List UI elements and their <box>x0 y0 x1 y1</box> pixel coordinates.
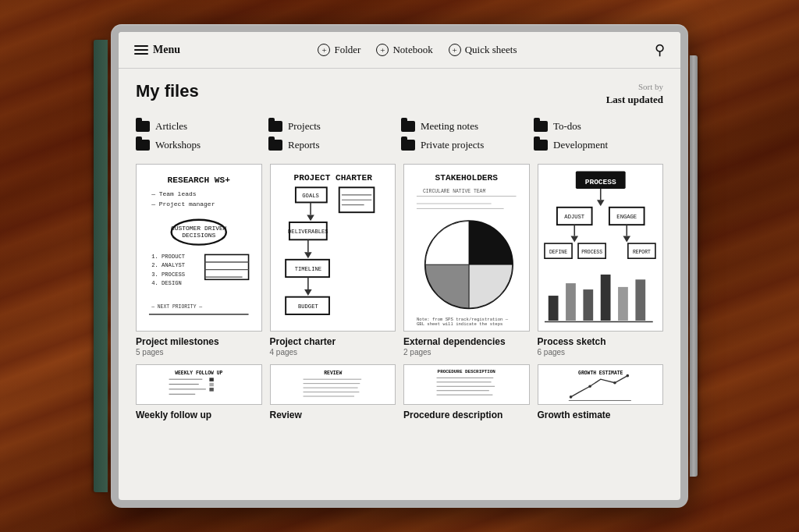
doc-thumbnail: PROCESS ADJUST ENGAGE <box>538 164 664 332</box>
tablet-screen: Menu + Folder + Notebook + Quick sheets … <box>119 32 680 500</box>
folder-name: Private projects <box>421 139 484 151</box>
svg-text:1. PRODUCT: 1. PRODUCT <box>151 254 186 260</box>
doc-thumbnail: STAKEHOLDERS CIRCULARE NATIVE TEAM <box>403 164 530 332</box>
folder-development[interactable]: Development <box>534 139 663 151</box>
thumbnail-svg: PROCEDURE DESCRIPTION <box>404 365 529 404</box>
thumbnail-svg: PROJECT CHARTER GOALS DELIVERABLES <box>271 165 396 331</box>
documents-grid: RESEARCH WS+ — Team leads — Project mana… <box>136 164 663 356</box>
doc-name: Growth estimate <box>538 410 664 420</box>
folder-todos[interactable]: To-dos <box>534 120 663 133</box>
folder-meeting-notes[interactable]: Meeting notes <box>401 120 531 133</box>
doc-thumbnail: REVIEW <box>270 364 396 405</box>
folder-name: Projects <box>288 120 321 133</box>
doc-external-dependencies[interactable]: STAKEHOLDERS CIRCULARE NATIVE TEAM <box>403 164 530 356</box>
folders-grid: Articles Projects Meeting notes To-dos <box>136 120 663 151</box>
doc-name: Procedure description <box>403 410 530 420</box>
add-folder-button[interactable]: + Folder <box>318 44 360 56</box>
doc-name: External dependencies <box>403 336 530 347</box>
svg-text:ENGAGE: ENGAGE <box>616 214 637 220</box>
doc-thumbnail: WEEKLY FOLLOW UP <box>136 364 262 405</box>
svg-point-99 <box>613 381 616 385</box>
doc-process-sketch[interactable]: PROCESS ADJUST ENGAGE <box>538 164 664 356</box>
doc-pages: 4 pages <box>270 348 396 356</box>
svg-text:PROCESS: PROCESS <box>584 177 616 186</box>
svg-rect-68 <box>600 275 610 321</box>
doc-project-milestones[interactable]: RESEARCH WS+ — Team leads — Project mana… <box>136 164 262 356</box>
page-title: My files <box>136 81 199 101</box>
svg-text:GOALS: GOALS <box>302 193 318 199</box>
doc-thumbnail: GROWTH ESTIMATE <box>538 364 664 405</box>
svg-point-100 <box>626 374 629 378</box>
menu-icon <box>134 45 148 55</box>
doc-procedure[interactable]: PROCEDURE DESCRIPTION Procedure descript… <box>403 364 530 421</box>
doc-pages: 5 pages <box>136 348 262 356</box>
left-cover <box>94 40 108 492</box>
svg-text:PROCEDURE DESCRIPTION: PROCEDURE DESCRIPTION <box>438 369 496 374</box>
thumbnail-svg: GROWTH ESTIMATE <box>538 365 663 404</box>
svg-text:4. DESIGN: 4. DESIGN <box>151 279 182 286</box>
folder-icon <box>136 140 150 151</box>
tablet-device: Menu + Folder + Notebook + Quick sheets … <box>111 24 688 508</box>
folder-name: Meeting notes <box>421 120 478 133</box>
plus-circle-icon: + <box>318 44 330 56</box>
sort-by-value: Last updated <box>606 93 663 107</box>
folder-icon <box>534 140 548 151</box>
topbar-actions: + Folder + Notebook + Quick sheets <box>199 44 636 56</box>
svg-rect-80 <box>209 388 213 392</box>
files-header: My files Sort by Last updated <box>136 81 663 108</box>
svg-text:— Project manager: — Project manager <box>151 200 215 207</box>
folder-private-projects[interactable]: Private projects <box>401 139 531 151</box>
svg-text:REPORT: REPORT <box>632 249 650 254</box>
folder-name: Workshops <box>155 139 201 151</box>
svg-text:REVIEW: REVIEW <box>324 371 342 376</box>
folder-icon <box>136 121 150 132</box>
folder-reports[interactable]: Reports <box>268 139 398 151</box>
add-quicksheets-button[interactable]: + Quick sheets <box>449 44 517 56</box>
svg-rect-17 <box>271 165 396 330</box>
doc-pages: 6 pages <box>538 348 664 356</box>
svg-point-98 <box>588 385 591 388</box>
svg-text:2. ANALYST: 2. ANALYST <box>151 262 186 268</box>
svg-text:PROCESS: PROCESS <box>581 249 602 254</box>
doc-thumbnail: PROCEDURE DESCRIPTION <box>403 364 530 405</box>
add-notebook-button[interactable]: + Notebook <box>376 44 432 56</box>
menu-label: Menu <box>153 44 180 56</box>
svg-text:RESEARCH WS+: RESEARCH WS+ <box>168 176 231 185</box>
folder-icon <box>401 140 415 151</box>
svg-text:PROJECT CHARTER: PROJECT CHARTER <box>293 172 372 182</box>
thumbnail-svg: REVIEW <box>271 365 396 404</box>
folder-name: Development <box>553 139 608 151</box>
svg-text:WEEKLY FOLLOW UP: WEEKLY FOLLOW UP <box>175 371 222 376</box>
menu-button[interactable]: Menu <box>134 44 180 56</box>
doc-growth-estimate[interactable]: GROWTH ESTIMATE Growth estimate <box>538 364 664 421</box>
documents-grid-row2: WEEKLY FOLLOW UP Weekly follow up <box>136 364 663 421</box>
folder-name: Reports <box>288 139 319 151</box>
doc-thumbnail: RESEARCH WS+ — Team leads — Project mana… <box>136 164 262 332</box>
pen-holder <box>690 55 698 477</box>
svg-text:BUDGET: BUDGET <box>297 303 318 310</box>
svg-text:3. PROCESS: 3. PROCESS <box>151 271 185 277</box>
search-button[interactable]: ⚲ <box>655 41 665 59</box>
doc-weekly-followup[interactable]: WEEKLY FOLLOW UP Weekly follow up <box>136 364 262 421</box>
svg-point-97 <box>569 395 572 399</box>
folder-workshops[interactable]: Workshops <box>136 139 265 151</box>
svg-text:DECISIONS: DECISIONS <box>182 232 215 239</box>
sort-by[interactable]: Sort by Last updated <box>606 81 663 108</box>
svg-text:STAKEHOLDERS: STAKEHOLDERS <box>435 172 499 182</box>
folder-icon <box>268 140 282 151</box>
svg-text:— NEXT PRIORITY —: — NEXT PRIORITY — <box>151 304 202 310</box>
folder-icon <box>268 121 282 132</box>
thumbnail-svg: STAKEHOLDERS CIRCULARE NATIVE TEAM <box>404 165 529 331</box>
folder-projects[interactable]: Projects <box>268 120 398 133</box>
doc-name: Project milestones <box>136 336 262 347</box>
svg-rect-70 <box>635 279 645 321</box>
folder-articles[interactable]: Articles <box>136 120 265 133</box>
doc-review[interactable]: REVIEW Review <box>270 364 396 421</box>
svg-rect-69 <box>618 286 628 320</box>
quicksheets-label: Quick sheets <box>465 44 517 56</box>
doc-project-charter[interactable]: PROJECT CHARTER GOALS DELIVERABLES <box>270 164 396 356</box>
doc-thumbnail: PROJECT CHARTER GOALS DELIVERABLES <box>270 164 396 332</box>
svg-rect-79 <box>209 383 213 387</box>
svg-rect-78 <box>209 378 213 381</box>
svg-text:CUSTOMER DRIVEN: CUSTOMER DRIVEN <box>171 224 227 231</box>
